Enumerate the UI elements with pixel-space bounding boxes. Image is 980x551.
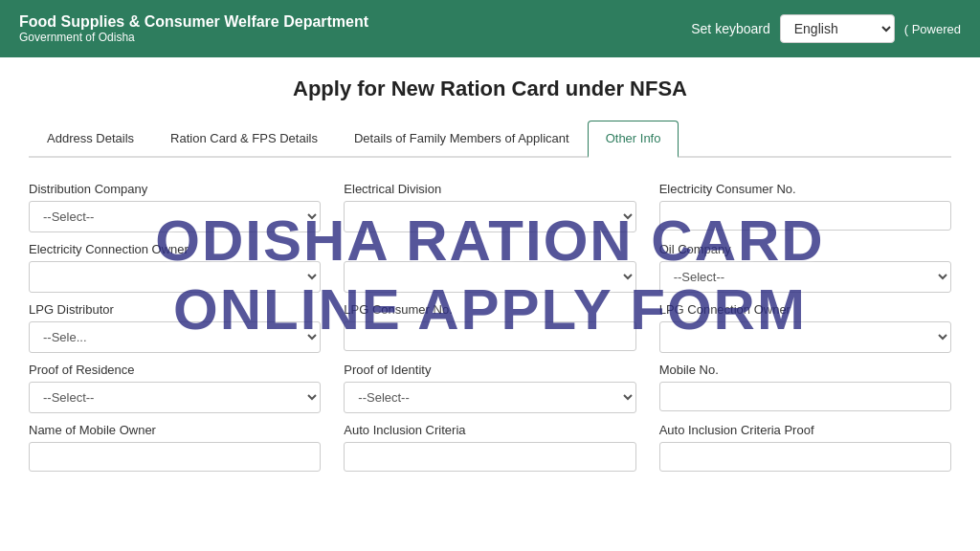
department-name: Food Supplies & Consumer Welfare Departm… <box>19 13 368 31</box>
mobile-no-field: Mobile No. <box>659 363 951 413</box>
distribution-company-field: Distribution Company --Select-- <box>29 182 321 232</box>
tab-other-info[interactable]: Other Info <box>588 121 679 158</box>
language-select[interactable]: English Odia <box>780 14 895 43</box>
lpg-connection-owner-select[interactable] <box>659 321 951 353</box>
page-title: Apply for New Ration Card under NFSA <box>29 77 951 101</box>
header: Food Supplies & Consumer Welfare Departm… <box>0 0 980 57</box>
auto-inclusion-criteria-proof-field: Auto Inclusion Criteria Proof <box>659 423 951 472</box>
proof-of-residence-label: Proof of Residence <box>29 363 321 377</box>
electricity-consumer-no-label: Electricity Consumer No. <box>659 182 951 196</box>
empty-field-1 <box>344 242 635 293</box>
lpg-consumer-no-input[interactable] <box>344 321 635 351</box>
tab-address-details[interactable]: Address Details <box>29 121 152 156</box>
electricity-consumer-no-field: Electricity Consumer No. <box>659 182 951 232</box>
electrical-division-select[interactable] <box>344 201 635 232</box>
name-of-mobile-owner-label: Name of Mobile Owner <box>29 423 321 437</box>
proof-of-residence-field: Proof of Residence --Select-- <box>29 363 321 413</box>
form-row-2: Electricity Connection Owner Oil Company… <box>29 242 951 293</box>
auto-inclusion-criteria-proof-input[interactable] <box>659 442 951 472</box>
proof-of-identity-label: Proof of Identity <box>344 363 635 377</box>
tab-bar: Address Details Ration Card & FPS Detail… <box>29 121 951 158</box>
main-content: Apply for New Ration Card under NFSA Add… <box>0 57 980 551</box>
electrical-division-field: Electrical Division <box>344 182 635 232</box>
auto-inclusion-criteria-label: Auto Inclusion Criteria <box>344 423 635 437</box>
oil-company-label: Oil Company <box>659 242 951 256</box>
header-left: Food Supplies & Consumer Welfare Departm… <box>19 13 368 44</box>
tab-family-members[interactable]: Details of Family Members of Applicant <box>336 121 588 156</box>
proof-of-residence-select[interactable]: --Select-- <box>29 382 321 413</box>
lpg-connection-owner-label: LPG Connection Owner <box>659 302 951 317</box>
distribution-company-label: Distribution Company <box>29 182 321 196</box>
distribution-company-select[interactable]: --Select-- <box>29 201 321 232</box>
form-row-5: Name of Mobile Owner Auto Inclusion Crit… <box>29 423 951 472</box>
header-right: Set keyboard English Odia ( Powered <box>691 14 961 43</box>
lpg-consumer-no-field: LPG Consumer No. <box>344 302 635 353</box>
empty-select-1[interactable] <box>344 261 635 293</box>
electricity-connection-owner-select[interactable] <box>29 261 321 293</box>
electricity-connection-owner-label: Electricity Connection Owner <box>29 242 321 256</box>
keyboard-label: Set keyboard <box>691 21 770 36</box>
lpg-consumer-no-label: LPG Consumer No. <box>344 302 635 317</box>
form-row-3: LPG Distributor --Sele... LPG Consumer N… <box>29 302 951 353</box>
name-of-mobile-owner-input[interactable] <box>29 442 321 472</box>
lpg-distributor-select[interactable]: --Sele... <box>29 321 321 353</box>
electrical-division-label: Electrical Division <box>344 182 635 196</box>
lpg-distributor-field: LPG Distributor --Sele... <box>29 302 321 353</box>
oil-company-field: Oil Company --Select-- <box>659 242 951 293</box>
auto-inclusion-criteria-proof-label: Auto Inclusion Criteria Proof <box>659 423 951 437</box>
powered-text: ( Powered <box>904 22 961 36</box>
empty-label-1 <box>344 242 635 256</box>
mobile-no-input[interactable] <box>659 382 951 411</box>
auto-inclusion-criteria-input[interactable] <box>344 442 635 472</box>
tab-ration-card-fps[interactable]: Ration Card & FPS Details <box>152 121 336 156</box>
government-name: Government of Odisha <box>19 31 368 44</box>
oil-company-select[interactable]: --Select-- <box>659 261 951 293</box>
electricity-consumer-no-input[interactable] <box>659 201 951 231</box>
lpg-distributor-label: LPG Distributor <box>29 302 321 317</box>
proof-of-identity-select[interactable]: --Select-- <box>344 382 635 413</box>
form-row-4: Proof of Residence --Select-- Proof of I… <box>29 363 951 413</box>
lpg-connection-owner-field: LPG Connection Owner <box>659 302 951 353</box>
proof-of-identity-field: Proof of Identity --Select-- <box>344 363 635 413</box>
name-of-mobile-owner-field: Name of Mobile Owner <box>29 423 321 472</box>
auto-inclusion-criteria-field: Auto Inclusion Criteria <box>344 423 635 472</box>
form-row-1: Distribution Company --Select-- Electric… <box>29 182 951 232</box>
mobile-no-label: Mobile No. <box>659 363 951 377</box>
electricity-connection-owner-field: Electricity Connection Owner <box>29 242 321 293</box>
